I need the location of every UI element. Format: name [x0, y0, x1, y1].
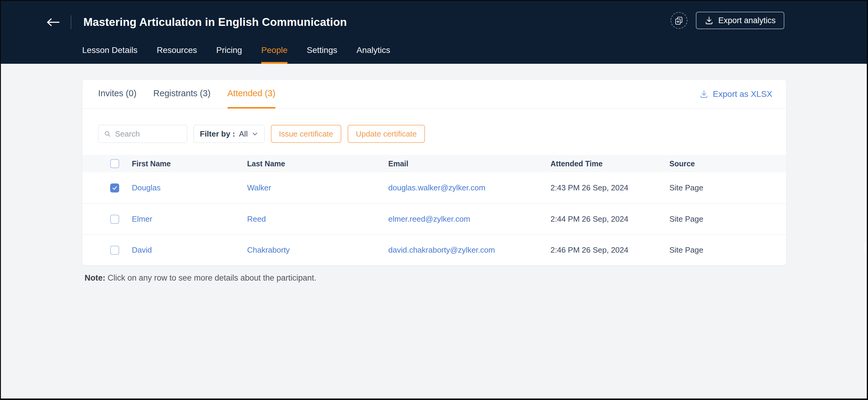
checkmark-icon — [112, 185, 118, 191]
tab-resources[interactable]: Resources — [157, 45, 197, 64]
row-checkbox[interactable] — [110, 215, 119, 224]
download-icon — [705, 16, 714, 25]
download-icon — [700, 90, 709, 99]
column-header-email: Email — [388, 159, 551, 168]
tab-settings[interactable]: Settings — [307, 45, 337, 64]
cell-last-name[interactable]: Walker — [247, 183, 388, 193]
select-all-checkbox[interactable] — [110, 159, 119, 168]
export-analytics-label: Export analytics — [718, 16, 776, 25]
cell-email[interactable]: douglas.walker@zylker.com — [388, 183, 551, 193]
search-icon — [104, 130, 111, 138]
tab-pricing[interactable]: Pricing — [216, 45, 242, 64]
toolbar: Filter by : All Issue certificate Update… — [98, 125, 771, 143]
panel-tabbar: Invites (0) Registrants (3) Attended (3)… — [83, 80, 786, 108]
search-box — [98, 125, 187, 143]
cell-last-name[interactable]: Reed — [247, 214, 388, 224]
table-header-row: First Name Last Name Email Attended Time… — [83, 155, 786, 172]
column-header-last-name: Last Name — [247, 159, 388, 168]
people-panel: Invites (0) Registrants (3) Attended (3)… — [82, 79, 786, 266]
cell-attended-time: 2:44 PM 26 Sep, 2024 — [551, 214, 669, 224]
column-header-first-name: First Name — [132, 159, 247, 168]
header-tabs: Lesson Details Resources Pricing People … — [82, 45, 390, 64]
page-title: Mastering Articulation in English Commun… — [83, 16, 347, 29]
copy-plus-icon — [674, 15, 684, 25]
clone-lesson-button[interactable] — [671, 12, 687, 29]
table-row[interactable]: Elmer Reed elmer.reed@zylker.com 2:44 PM… — [83, 203, 786, 234]
filter-dropdown[interactable]: Filter by : All — [193, 125, 265, 143]
row-checkbox[interactable] — [110, 246, 119, 255]
search-input[interactable] — [115, 129, 183, 139]
subtab-attended[interactable]: Attended (3) — [227, 80, 276, 108]
chevron-down-icon — [251, 130, 259, 138]
cell-first-name[interactable]: David — [132, 245, 247, 255]
table-row[interactable]: David Chakraborty david.chakraborty@zylk… — [83, 234, 786, 265]
cell-source: Site Page — [669, 214, 786, 224]
export-xlsx-label: Export as XLSX — [713, 89, 772, 99]
note-text: Click on any row to see more details abo… — [108, 273, 316, 282]
header-top: Mastering Articulation in English Commun… — [45, 12, 347, 32]
cell-attended-time: 2:46 PM 26 Sep, 2024 — [551, 245, 669, 255]
cell-email[interactable]: david.chakraborty@zylker.com — [388, 245, 551, 255]
header-divider — [71, 15, 71, 29]
note-label: Note: — [85, 273, 105, 282]
cell-attended-time: 2:43 PM 26 Sep, 2024 — [551, 183, 669, 193]
arrow-left-icon — [46, 18, 60, 27]
cell-first-name[interactable]: Douglas — [132, 183, 247, 193]
cell-last-name[interactable]: Chakraborty — [247, 245, 388, 255]
subtab-invites[interactable]: Invites (0) — [98, 80, 136, 108]
cell-email[interactable]: elmer.reed@zylker.com — [388, 214, 551, 224]
table-row[interactable]: Douglas Walker douglas.walker@zylker.com… — [83, 172, 786, 203]
tab-people[interactable]: People — [261, 45, 287, 64]
column-header-source: Source — [669, 159, 786, 168]
filter-label: Filter by : — [200, 129, 235, 139]
row-checkbox[interactable] — [110, 184, 119, 193]
export-analytics-button[interactable]: Export analytics — [696, 12, 784, 29]
issue-certificate-button[interactable]: Issue certificate — [271, 125, 341, 143]
column-header-attended-time: Attended Time — [551, 159, 669, 168]
attendees-table: First Name Last Name Email Attended Time… — [83, 155, 786, 265]
back-button[interactable] — [45, 16, 61, 28]
filter-selected-value: All — [239, 129, 248, 139]
header-actions: Export analytics — [671, 12, 784, 29]
export-xlsx-link[interactable]: Export as XLSX — [700, 89, 772, 99]
scrollbar-thumb[interactable] — [864, 242, 867, 253]
update-certificate-button[interactable]: Update certificate — [348, 125, 425, 143]
app-header: Mastering Articulation in English Commun… — [1, 1, 867, 64]
subtab-registrants[interactable]: Registrants (3) — [153, 80, 210, 108]
cell-source: Site Page — [669, 183, 786, 193]
cell-source: Site Page — [669, 245, 786, 255]
tab-lesson-details[interactable]: Lesson Details — [82, 45, 137, 64]
participant-note: Note: Click on any row to see more detai… — [85, 273, 867, 283]
tab-analytics[interactable]: Analytics — [356, 45, 390, 64]
cell-first-name[interactable]: Elmer — [132, 214, 247, 224]
